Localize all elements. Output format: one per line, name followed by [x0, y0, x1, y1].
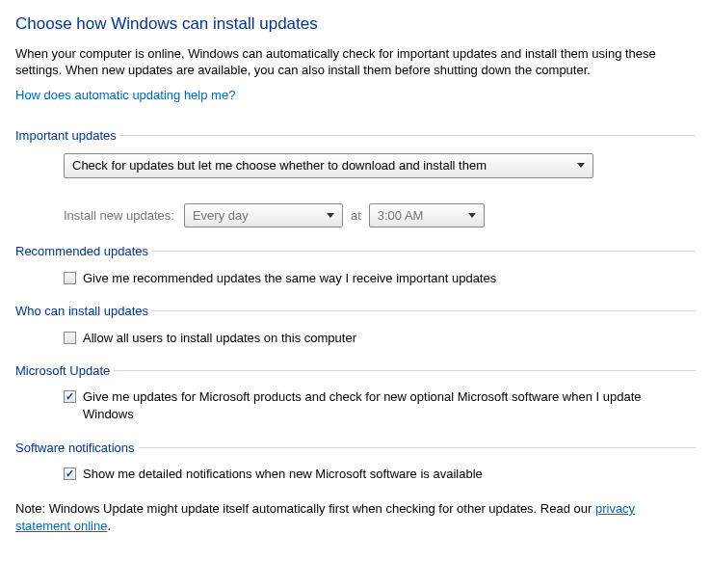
notifications-label: Show me detailed notifications when new … — [83, 466, 483, 483]
schedule-frequency-dropdown[interactable]: Every day — [184, 203, 343, 228]
section-header-who: Who can install updates — [15, 303, 696, 320]
section-recommended-updates: Recommended updates Give me recommended … — [15, 243, 696, 287]
section-microsoft-update: Microsoft Update Give me updates for Mic… — [15, 362, 696, 424]
chevron-down-icon — [327, 213, 334, 218]
section-header-important: Important updates — [15, 127, 696, 145]
schedule-time-dropdown[interactable]: 3:00 AM — [369, 203, 485, 228]
help-link[interactable]: How does automatic updating help me? — [15, 87, 235, 104]
footer-note-suffix: . — [107, 519, 111, 533]
microsoft-update-checkbox[interactable] — [64, 390, 76, 403]
section-software-notifications: Software notifications Show me detailed … — [15, 440, 696, 484]
recommended-updates-checkbox[interactable] — [64, 272, 76, 284]
schedule-frequency-value: Every day — [193, 207, 249, 225]
allow-all-users-checkbox[interactable] — [64, 332, 76, 344]
footer-note: Note: Windows Update might update itself… — [15, 500, 690, 534]
update-mode-value: Check for updates but let me choose whet… — [72, 157, 487, 174]
page-title: Choose how Windows can install updates — [15, 13, 696, 36]
chevron-down-icon — [468, 213, 476, 218]
page-description: When your computer is online, Windows ca… — [15, 45, 690, 79]
section-header-recommended: Recommended updates — [15, 243, 696, 260]
schedule-row: Install new updates: Every day at 3:00 A… — [64, 203, 696, 228]
notifications-checkbox[interactable] — [64, 468, 76, 480]
section-important-updates: Important updates Check for updates but … — [15, 127, 696, 228]
schedule-at-label: at — [351, 207, 361, 225]
chevron-down-icon — [577, 163, 585, 168]
schedule-time-value: 3:00 AM — [378, 207, 424, 225]
section-who-can-install: Who can install updates Allow all users … — [15, 303, 696, 347]
update-mode-dropdown[interactable]: Check for updates but let me choose whet… — [64, 153, 593, 178]
section-header-microsoft: Microsoft Update — [15, 362, 696, 380]
footer-note-prefix: Note: Windows Update might update itself… — [15, 501, 595, 516]
microsoft-update-label: Give me updates for Microsoft products a… — [83, 388, 671, 423]
allow-all-users-label: Allow all users to install updates on th… — [83, 330, 356, 347]
section-header-notifications: Software notifications — [15, 440, 696, 457]
schedule-label: Install new updates: — [64, 207, 174, 225]
recommended-updates-label: Give me recommended updates the same way… — [83, 270, 496, 287]
